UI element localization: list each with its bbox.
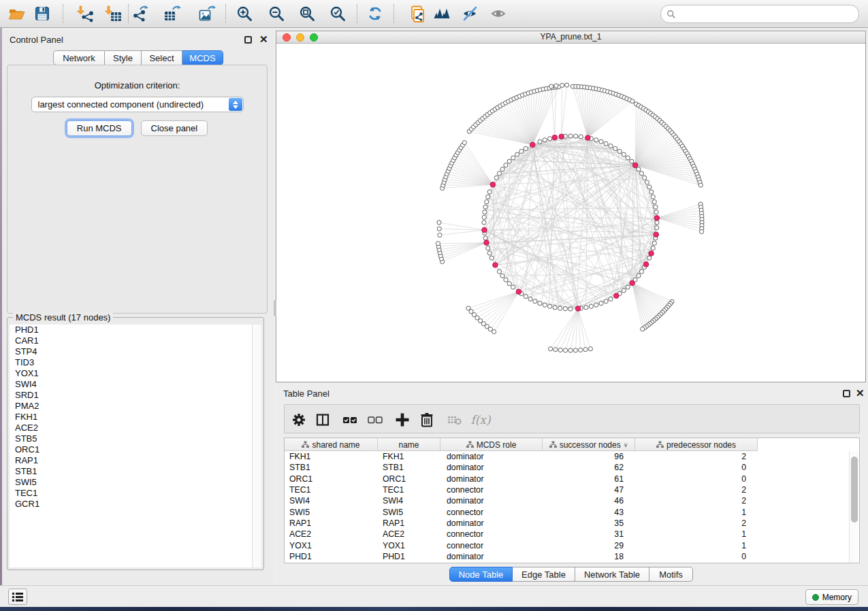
table-settings-button[interactable] (291, 412, 307, 428)
import-table-button[interactable] (102, 2, 125, 25)
hide-selected-button[interactable] (459, 2, 482, 25)
tab-style[interactable]: Style (105, 50, 142, 65)
cell-successor-nodes: 46 (543, 496, 635, 506)
select-all-columns-button[interactable] (342, 412, 358, 428)
tab-select[interactable]: Select (142, 50, 182, 65)
export-network-icon (131, 5, 149, 22)
mcds-result-list[interactable]: PHD1CAR1STP4TID3YOX1SWI4SRD1PMA2FKH1ACE2… (10, 325, 261, 567)
table-row[interactable]: FKH1FKH1dominator962 (285, 451, 849, 462)
column-header-label: successor nodes (560, 440, 621, 450)
tab-node-table[interactable]: Node Table (449, 567, 513, 582)
mcds-result-item[interactable]: STB1 (10, 466, 261, 477)
mcds-result-item[interactable]: TID3 (10, 357, 261, 368)
save-icon (33, 5, 51, 22)
mcds-result-item[interactable]: YOX1 (10, 368, 261, 379)
search-input[interactable] (676, 9, 858, 19)
first-neighbors-button[interactable] (430, 2, 453, 25)
cell-predecessor-nodes: 2 (635, 518, 758, 528)
save-session-button[interactable] (31, 2, 54, 25)
criterion-dropdown[interactable]: largest connected component (undirected) (31, 97, 244, 112)
mcds-result-item[interactable]: ORC1 (10, 444, 261, 455)
mcds-result-item[interactable]: ACE2 (10, 423, 261, 433)
import-network-button[interactable] (74, 2, 97, 25)
mcds-result-item[interactable]: SWI4 (10, 379, 261, 390)
split-divider-handle[interactable] (274, 300, 276, 316)
zoom-fit-button[interactable] (295, 2, 319, 25)
task-list-icon (12, 592, 23, 601)
tab-network[interactable]: Network (53, 50, 105, 65)
mcds-result-item[interactable]: CAR1 (10, 335, 261, 346)
table-panel-titlebar: Table Panel ✕ (276, 384, 868, 402)
mcds-result-item[interactable]: SWI5 (10, 477, 261, 488)
mcds-result-item[interactable]: PMA2 (10, 401, 261, 412)
mcds-result-item[interactable]: STP4 (10, 346, 261, 357)
maximize-traffic-light-icon[interactable] (310, 33, 318, 42)
create-column-button[interactable] (394, 412, 411, 428)
cell-name: TEC1 (378, 485, 440, 495)
table-row[interactable]: ORC1ORC1dominator610 (285, 474, 849, 484)
close-traffic-light-icon[interactable] (283, 33, 291, 42)
table-row[interactable]: YOX1YOX1connector291 (285, 540, 849, 550)
float-window-icon[interactable] (244, 36, 252, 44)
table-row[interactable]: RAP1RAP1dominator352 (285, 518, 849, 529)
mcds-result-item[interactable]: STB5 (10, 433, 261, 444)
close-panel-button[interactable]: Close panel (141, 120, 208, 136)
table-row[interactable]: PHD1PHD1dominator180 (285, 551, 849, 562)
mcds-result-item[interactable]: PHD1 (10, 325, 261, 335)
mcds-list-scrollbar[interactable] (252, 325, 261, 567)
table-row[interactable]: TEC1TEC1connector472 (285, 484, 849, 495)
tab-edge-table[interactable]: Edge Table (513, 567, 575, 582)
mcds-result-item[interactable]: RAP1 (10, 455, 261, 466)
column-header-name[interactable]: name (378, 438, 440, 451)
mcds-result-item[interactable]: GCR1 (10, 499, 261, 510)
export-image-button[interactable] (195, 2, 219, 25)
table-row[interactable]: STB1STB1dominator620 (285, 462, 849, 473)
refresh-layout-button[interactable] (364, 2, 387, 25)
mcds-result-item[interactable]: FKH1 (10, 412, 261, 423)
float-window-icon[interactable] (843, 390, 850, 397)
network-canvas[interactable] (276, 44, 865, 382)
tab-motifs[interactable]: Motifs (649, 567, 693, 582)
table-scrollbar-thumb[interactable] (851, 457, 858, 523)
export-table-button[interactable] (161, 2, 184, 25)
show-column-panel-button[interactable] (315, 412, 331, 428)
mcds-result-item[interactable]: TEC1 (10, 488, 261, 499)
mcds-result-item[interactable]: SRD1 (10, 390, 261, 401)
table-row[interactable]: SWI4SWI4dominator462 (285, 495, 849, 506)
criterion-dropdown-value: largest connected component (undirected) (32, 99, 204, 110)
network-window-titlebar[interactable]: YPA_prune.txt_1 (276, 31, 865, 44)
show-task-history-button[interactable] (8, 589, 27, 605)
tab-network-table[interactable]: Network Table (575, 567, 649, 582)
delete-column-button[interactable] (419, 412, 435, 428)
network-from-selection-button[interactable] (405, 2, 428, 25)
cell-shared-name: SWI4 (285, 496, 378, 506)
table-body[interactable]: FKH1FKH1dominator962STB1STB1dominator620… (285, 451, 849, 563)
table-row[interactable]: ACE2ACE2connector311 (285, 529, 849, 540)
close-icon[interactable]: ✕ (259, 34, 268, 44)
delete-table-button[interactable] (447, 412, 463, 428)
memory-button[interactable]: Memory (805, 589, 858, 605)
column-header-predecessor-nodes[interactable]: predecessor nodes (635, 438, 758, 451)
export-network-button[interactable] (129, 2, 152, 25)
zoom-selected-button[interactable] (326, 2, 349, 25)
cell-shared-name: PHD1 (285, 552, 378, 561)
show-all-button[interactable] (487, 2, 511, 25)
tab-mcds[interactable]: MCDS (182, 50, 223, 65)
cell-successor-nodes: 31 (543, 529, 635, 539)
close-icon[interactable]: ✕ (856, 388, 865, 398)
table-row[interactable]: SWI5SWI5connector431 (285, 506, 849, 517)
zoom-out-button[interactable] (265, 2, 288, 25)
table-scrollbar[interactable] (849, 451, 859, 563)
deselect-all-columns-button[interactable] (367, 412, 383, 428)
column-header-successor-nodes[interactable]: successor nodes∨ (543, 438, 635, 451)
column-header-MCDS-role[interactable]: MCDS role (440, 438, 543, 451)
zoom-in-button[interactable] (233, 2, 256, 25)
function-builder-button[interactable]: f(x) (468, 412, 493, 428)
cell-MCDS-role: connector (440, 529, 543, 539)
run-mcds-button[interactable]: Run MCDS (67, 120, 132, 136)
open-session-button[interactable] (5, 2, 28, 25)
minimize-traffic-light-icon[interactable] (296, 33, 304, 42)
cell-name: ORC1 (378, 474, 440, 484)
column-header-shared-name[interactable]: shared name (285, 438, 378, 451)
network-window: YPA_prune.txt_1 (276, 31, 866, 382)
